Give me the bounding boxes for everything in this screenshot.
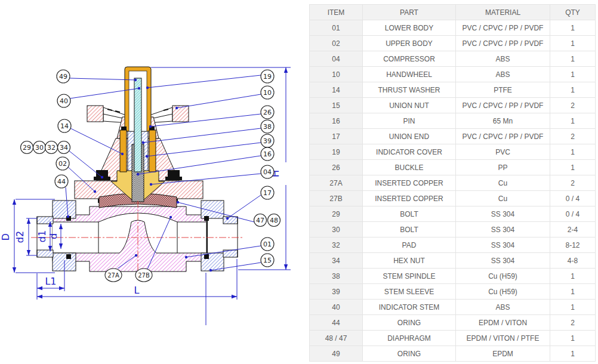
svg-text:27A: 27A [107,272,119,279]
cell-part: INSERTED COPPER [363,191,456,206]
table-row: 16PIN65 Mn1 [310,113,596,129]
col-header-material: MATERIAL [456,5,550,20]
callout-38: 38 [142,120,274,144]
cell-part: COMPRESSOR [363,51,456,67]
svg-text:39: 39 [263,137,272,145]
callout-19: 19 [146,70,274,89]
callout-10: 10 [175,86,274,109]
cell-qty: 2-4 [550,222,596,237]
cell-qty: 0 / 4 [550,206,596,222]
cell-material: EPDM / VITON [456,315,550,331]
table-row: 27BINSERTED COPPERCu0 / 4 [310,191,596,206]
cell-qty: 1 [550,331,596,346]
table-row: 17UNION ENDPVC / CPVC / PP / PVDF2 [310,129,596,144]
table-row: 15UNION NUTPVC / CPVC / PP / PVDF2 [310,98,596,113]
cell-item: 44 [310,315,363,331]
callout-17: 17 [226,186,274,220]
svg-text:26: 26 [263,109,272,116]
cell-part: HEX NUT [363,253,456,269]
cell-part: INDICATOR COVER [363,144,456,160]
cell-material: PVC / CPVC / PP / PVDF [456,36,550,51]
svg-text:47: 47 [256,217,264,224]
cell-item: 26 [310,160,363,175]
cell-material: Cu [456,191,550,206]
cell-part: DIAPHRAGM [363,331,456,346]
cell-material: ABS [456,67,550,82]
cell-qty: 8-12 [550,237,596,253]
svg-text:02: 02 [58,160,67,168]
cell-part: BOLT [363,206,456,222]
cell-part: BOLT [363,222,456,237]
cell-qty: 1 [550,82,596,98]
table-row: 38STEM SPINDLECu (H59)1 [310,269,596,284]
cell-part: ORING [363,315,456,331]
cell-material: PVC / CPVC / PP / PVDF [456,129,550,144]
dim-L1: L1 [45,276,56,287]
table-row: 48 / 47DIAPHRAGMEPDM / VITON / PTFE1 [310,331,596,346]
cell-item: 16 [310,113,363,129]
cell-item: 40 [310,300,363,315]
svg-text:44: 44 [57,178,66,186]
table-row: 40INDICATOR STEMABS1 [310,300,596,315]
cell-qty: 0 / 4 [550,191,596,206]
cell-qty: 2 [550,315,596,331]
cell-qty: 2 [550,129,596,144]
svg-text:48: 48 [270,217,278,224]
valve-diagram: H D d2 d1 d [0,0,308,364]
cell-part: LOWER BODY [363,20,456,36]
cell-part: UNION END [363,129,456,144]
svg-text:04: 04 [263,168,272,176]
svg-text:49: 49 [59,73,67,81]
cell-part: PAD [363,237,456,253]
svg-text:15: 15 [263,257,272,264]
cell-part: THRUST WASHER [363,82,456,98]
cell-material: SS 304 [456,237,550,253]
svg-text:30: 30 [35,144,44,152]
dim-D: D [0,233,11,240]
cell-item: 30 [310,222,363,237]
cell-material: SS 304 [456,222,550,237]
svg-text:17: 17 [263,189,272,197]
cell-material: EPDM [456,346,550,362]
cell-item: 39 [310,284,363,300]
table-row: 30BOLTSS 3042-4 [310,222,596,237]
svg-text:16: 16 [263,150,272,158]
header-row: ITEM PART MATERIAL QTY [310,5,596,20]
col-header-qty: QTY [550,5,596,20]
table-row: 10HANDWHEELABS1 [310,67,596,82]
cell-part: STEM SLEEVE [363,284,456,300]
cell-qty: 1 [550,67,596,82]
cell-item: 14 [310,82,363,98]
cell-qty: 1 [550,346,596,362]
cell-part: STEM SPINDLE [363,269,456,284]
cell-material: ABS [456,300,550,315]
cell-material: Cu [456,175,550,191]
cell-item: 19 [310,144,363,160]
cell-qty: 1 [550,284,596,300]
svg-text:40: 40 [60,97,68,105]
table-row: 14THRUST WASHERPTFE1 [310,82,596,98]
cell-item: 10 [310,67,363,82]
page: H D d2 d1 d [0,0,598,364]
table-row: 44ORINGEPDM / VITON2 [310,315,596,331]
cell-item: 17 [310,129,363,144]
table-row: 26BUCKLEPP1 [310,160,596,175]
svg-text:32: 32 [47,144,56,152]
cell-qty: 1 [550,300,596,315]
cell-material: PP [456,160,550,175]
svg-text:01: 01 [263,240,272,248]
cell-part: UNION NUT [363,98,456,113]
svg-text:29: 29 [23,144,31,152]
dim-d1: d1 [36,230,48,242]
table-row: 32PADSS 3048-12 [310,237,596,253]
cell-part: INDICATOR STEM [363,300,456,315]
cell-item: 49 [310,346,363,362]
cell-material: EPDM / VITON / PTFE [456,331,550,346]
cell-part: PIN [363,113,456,129]
cell-part: INSERTED COPPER [363,175,456,191]
cell-item: 48 / 47 [310,331,363,346]
cell-qty: 1 [550,51,596,67]
cell-material: Cu (H59) [456,284,550,300]
cell-item: 38 [310,269,363,284]
callout-39: 39 [146,134,274,158]
